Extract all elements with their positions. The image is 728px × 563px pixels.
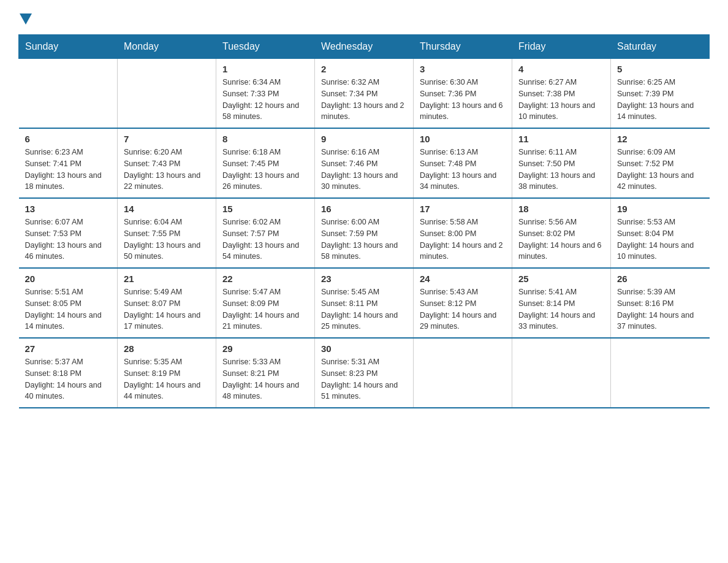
day-info: Sunrise: 5:56 AM Sunset: 8:02 PM Dayligh… (518, 216, 604, 262)
day-number: 15 (222, 204, 308, 214)
calendar-cell (19, 59, 118, 129)
day-number: 29 (222, 343, 308, 354)
calendar-cell: 20Sunrise: 5:51 AM Sunset: 8:05 PM Dayli… (19, 268, 118, 338)
day-info: Sunrise: 6:32 AM Sunset: 7:34 PM Dayligh… (321, 77, 407, 123)
day-info: Sunrise: 5:53 AM Sunset: 8:04 PM Dayligh… (617, 216, 703, 262)
day-number: 22 (222, 274, 308, 284)
header-cell-friday: Friday (512, 35, 611, 59)
calendar-cell (414, 338, 512, 408)
day-info: Sunrise: 6:27 AM Sunset: 7:38 PM Dayligh… (518, 77, 604, 123)
day-number: 13 (25, 204, 112, 214)
calendar-cell: 29Sunrise: 5:33 AM Sunset: 8:21 PM Dayli… (216, 338, 315, 408)
day-number: 21 (124, 274, 210, 284)
calendar-header-row: SundayMondayTuesdayWednesdayThursdayFrid… (19, 35, 710, 59)
day-number: 4 (518, 64, 604, 74)
calendar-cell: 7Sunrise: 6:20 AM Sunset: 7:43 PM Daylig… (118, 128, 216, 198)
day-info: Sunrise: 5:31 AM Sunset: 8:23 PM Dayligh… (321, 356, 407, 402)
calendar-cell: 22Sunrise: 5:47 AM Sunset: 8:09 PM Dayli… (216, 268, 315, 338)
day-number: 19 (617, 204, 703, 214)
header-cell-sunday: Sunday (19, 35, 118, 59)
day-number: 24 (420, 274, 506, 284)
header-cell-wednesday: Wednesday (315, 35, 414, 59)
day-info: Sunrise: 6:00 AM Sunset: 7:59 PM Dayligh… (321, 216, 407, 262)
day-number: 10 (420, 134, 506, 144)
logo (18, 12, 32, 22)
calendar-cell: 3Sunrise: 6:30 AM Sunset: 7:36 PM Daylig… (414, 59, 512, 129)
calendar-cell: 27Sunrise: 5:37 AM Sunset: 8:18 PM Dayli… (19, 338, 118, 408)
day-number: 6 (25, 134, 112, 144)
calendar-cell: 4Sunrise: 6:27 AM Sunset: 7:38 PM Daylig… (512, 59, 611, 129)
day-number: 3 (420, 64, 506, 74)
day-number: 11 (518, 134, 604, 144)
day-info: Sunrise: 6:23 AM Sunset: 7:41 PM Dayligh… (25, 147, 112, 193)
calendar-cell: 12Sunrise: 6:09 AM Sunset: 7:52 PM Dayli… (611, 128, 710, 198)
day-info: Sunrise: 6:34 AM Sunset: 7:33 PM Dayligh… (222, 77, 308, 123)
calendar-cell: 21Sunrise: 5:49 AM Sunset: 8:07 PM Dayli… (118, 268, 216, 338)
day-info: Sunrise: 5:45 AM Sunset: 8:11 PM Dayligh… (321, 286, 407, 332)
calendar-cell: 14Sunrise: 6:04 AM Sunset: 7:55 PM Dayli… (118, 198, 216, 268)
header-cell-tuesday: Tuesday (216, 35, 315, 59)
day-info: Sunrise: 6:25 AM Sunset: 7:39 PM Dayligh… (617, 77, 703, 123)
calendar-cell: 11Sunrise: 6:11 AM Sunset: 7:50 PM Dayli… (512, 128, 611, 198)
day-info: Sunrise: 5:37 AM Sunset: 8:18 PM Dayligh… (25, 356, 112, 402)
day-number: 28 (124, 343, 210, 354)
calendar-cell: 1Sunrise: 6:34 AM Sunset: 7:33 PM Daylig… (216, 59, 315, 129)
day-info: Sunrise: 5:39 AM Sunset: 8:16 PM Dayligh… (617, 286, 703, 332)
page-header (18, 12, 710, 22)
day-number: 23 (321, 274, 407, 284)
calendar-cell: 6Sunrise: 6:23 AM Sunset: 7:41 PM Daylig… (19, 128, 118, 198)
day-info: Sunrise: 5:58 AM Sunset: 8:00 PM Dayligh… (420, 216, 506, 262)
day-info: Sunrise: 6:07 AM Sunset: 7:53 PM Dayligh… (25, 216, 112, 262)
logo-triangle-icon (20, 13, 32, 25)
day-info: Sunrise: 5:47 AM Sunset: 8:09 PM Dayligh… (222, 286, 308, 332)
calendar-cell: 8Sunrise: 6:18 AM Sunset: 7:45 PM Daylig… (216, 128, 315, 198)
header-cell-thursday: Thursday (414, 35, 512, 59)
day-info: Sunrise: 6:04 AM Sunset: 7:55 PM Dayligh… (124, 216, 210, 262)
calendar-cell: 15Sunrise: 6:02 AM Sunset: 7:57 PM Dayli… (216, 198, 315, 268)
day-number: 30 (321, 343, 407, 354)
day-number: 5 (617, 64, 703, 74)
calendar-cell: 25Sunrise: 5:41 AM Sunset: 8:14 PM Dayli… (512, 268, 611, 338)
day-info: Sunrise: 6:20 AM Sunset: 7:43 PM Dayligh… (124, 147, 210, 193)
header-cell-monday: Monday (118, 35, 216, 59)
calendar-cell: 30Sunrise: 5:31 AM Sunset: 8:23 PM Dayli… (315, 338, 414, 408)
day-info: Sunrise: 6:09 AM Sunset: 7:52 PM Dayligh… (617, 147, 703, 193)
day-number: 12 (617, 134, 703, 144)
calendar-cell: 10Sunrise: 6:13 AM Sunset: 7:48 PM Dayli… (414, 128, 512, 198)
day-number: 9 (321, 134, 407, 144)
day-number: 25 (518, 274, 604, 284)
day-info: Sunrise: 5:41 AM Sunset: 8:14 PM Dayligh… (518, 286, 604, 332)
day-number: 2 (321, 64, 407, 74)
calendar-week-row: 27Sunrise: 5:37 AM Sunset: 8:18 PM Dayli… (19, 338, 710, 408)
calendar-cell: 13Sunrise: 6:07 AM Sunset: 7:53 PM Dayli… (19, 198, 118, 268)
day-number: 20 (25, 274, 112, 284)
day-info: Sunrise: 6:11 AM Sunset: 7:50 PM Dayligh… (518, 147, 604, 193)
svg-marker-0 (20, 13, 32, 25)
calendar-cell: 2Sunrise: 6:32 AM Sunset: 7:34 PM Daylig… (315, 59, 414, 129)
day-number: 14 (124, 204, 210, 214)
day-info: Sunrise: 5:49 AM Sunset: 8:07 PM Dayligh… (124, 286, 210, 332)
day-info: Sunrise: 5:35 AM Sunset: 8:19 PM Dayligh… (124, 356, 210, 402)
day-info: Sunrise: 6:02 AM Sunset: 7:57 PM Dayligh… (222, 216, 308, 262)
day-number: 8 (222, 134, 308, 144)
calendar-cell: 28Sunrise: 5:35 AM Sunset: 8:19 PM Dayli… (118, 338, 216, 408)
calendar-cell: 18Sunrise: 5:56 AM Sunset: 8:02 PM Dayli… (512, 198, 611, 268)
calendar-cell (611, 338, 710, 408)
header-cell-saturday: Saturday (611, 35, 710, 59)
day-number: 18 (518, 204, 604, 214)
day-info: Sunrise: 5:33 AM Sunset: 8:21 PM Dayligh… (222, 356, 308, 402)
day-number: 17 (420, 204, 506, 214)
day-info: Sunrise: 5:51 AM Sunset: 8:05 PM Dayligh… (25, 286, 112, 332)
calendar-cell (118, 59, 216, 129)
day-info: Sunrise: 6:18 AM Sunset: 7:45 PM Dayligh… (222, 147, 308, 193)
day-number: 1 (222, 64, 308, 74)
calendar-cell: 26Sunrise: 5:39 AM Sunset: 8:16 PM Dayli… (611, 268, 710, 338)
day-info: Sunrise: 6:16 AM Sunset: 7:46 PM Dayligh… (321, 147, 407, 193)
calendar-cell: 17Sunrise: 5:58 AM Sunset: 8:00 PM Dayli… (414, 198, 512, 268)
calendar-cell: 19Sunrise: 5:53 AM Sunset: 8:04 PM Dayli… (611, 198, 710, 268)
day-info: Sunrise: 6:30 AM Sunset: 7:36 PM Dayligh… (420, 77, 506, 123)
calendar-cell (512, 338, 611, 408)
day-number: 26 (617, 274, 703, 284)
day-number: 16 (321, 204, 407, 214)
calendar-table: SundayMondayTuesdayWednesdayThursdayFrid… (18, 34, 710, 408)
